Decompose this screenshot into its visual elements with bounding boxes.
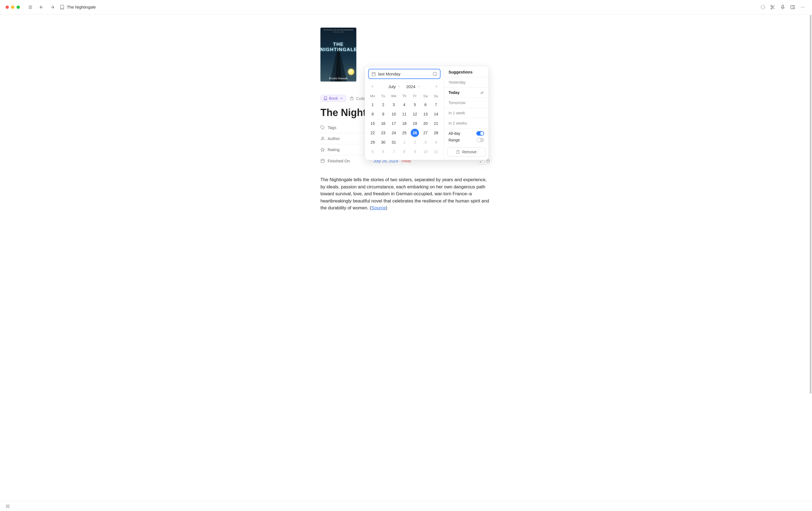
calendar-day[interactable]: 16 xyxy=(379,119,387,128)
body-text: The Nightingale tells the stories of two… xyxy=(320,176,492,212)
calendar-icon xyxy=(372,72,376,76)
dow-header: Th xyxy=(399,92,409,100)
calendar-day[interactable]: 29 xyxy=(369,138,377,146)
calendar-day[interactable]: 8 xyxy=(369,110,377,118)
calendar-day[interactable]: 3 xyxy=(390,101,398,109)
calendar-day[interactable]: 2 xyxy=(379,101,387,109)
cover-title-line2: NIGHTINGALE xyxy=(320,47,356,52)
calendar-day[interactable]: 14 xyxy=(432,110,440,118)
month-select[interactable]: July xyxy=(388,84,401,89)
trash-icon xyxy=(456,150,460,154)
cut-button[interactable] xyxy=(769,3,777,11)
calendar-day[interactable]: 15 xyxy=(369,119,377,128)
calendar-day[interactable]: 10 xyxy=(422,147,430,156)
breadcrumb[interactable]: The Nightingale xyxy=(60,5,96,10)
calendar-day[interactable]: 28 xyxy=(432,129,440,137)
calendar-day[interactable]: 19 xyxy=(411,119,419,128)
calendar-day[interactable]: 25 xyxy=(400,129,408,137)
calendar-day[interactable]: 1 xyxy=(400,138,408,146)
calendar-day[interactable]: 6 xyxy=(422,101,430,109)
info-icon[interactable] xyxy=(433,72,437,76)
suggestion-item[interactable]: Tomorrow xyxy=(444,98,489,108)
calendar-day[interactable]: 11 xyxy=(400,110,408,118)
sidebar-toggle-button[interactable] xyxy=(27,3,34,11)
calendar-day[interactable]: 26 xyxy=(411,129,419,137)
panel-toggle-button[interactable] xyxy=(789,3,796,11)
calendar-day[interactable]: 5 xyxy=(369,147,377,156)
suggestions-list: YesterdayTodayTomorrowIn 1 weekIn 2 week… xyxy=(444,77,489,129)
book-cover[interactable]: The Number One International Bestseller … xyxy=(320,28,356,81)
close-window-button[interactable] xyxy=(5,5,9,9)
svg-line-8 xyxy=(772,6,773,7)
calendar-day[interactable]: 31 xyxy=(390,138,398,146)
nav-forward-button[interactable] xyxy=(49,3,56,11)
calendar-day[interactable]: 23 xyxy=(379,129,387,137)
calendar-day[interactable]: 8 xyxy=(400,147,408,156)
breadcrumb-title: The Nightingale xyxy=(67,5,96,9)
date-input-row[interactable] xyxy=(368,69,440,79)
pin-button[interactable] xyxy=(779,3,787,11)
footer xyxy=(0,501,812,511)
calendar-day[interactable]: 12 xyxy=(411,110,419,118)
cover-top-line: The Number One International Bestseller xyxy=(320,28,356,31)
chip-label: Book xyxy=(329,96,338,101)
svg-point-4 xyxy=(771,5,772,7)
scrollbar[interactable] xyxy=(810,15,811,500)
cover-badge: FRANCE 1940 xyxy=(320,31,356,33)
minimize-window-button[interactable] xyxy=(11,5,14,9)
body-content: The Nightingale tells the stories of two… xyxy=(320,177,489,210)
calendar-day[interactable]: 27 xyxy=(422,129,430,137)
prop-label-text: Author xyxy=(328,136,340,141)
suggestion-item[interactable]: Today xyxy=(444,87,489,98)
tag-icon xyxy=(320,126,325,130)
more-button[interactable] xyxy=(799,3,807,11)
calendar-day[interactable]: 2 xyxy=(411,138,419,146)
calendar-day[interactable]: 7 xyxy=(390,147,398,156)
calendar-day[interactable]: 24 xyxy=(390,129,398,137)
calendar-day[interactable]: 7 xyxy=(432,101,440,109)
prop-label-text: Finished On xyxy=(328,159,350,163)
cover-title-line1: THE xyxy=(320,42,356,47)
maximize-window-button[interactable] xyxy=(17,5,20,9)
calendar-day[interactable]: 30 xyxy=(379,138,387,146)
svg-point-11 xyxy=(801,7,802,7)
calendar-day[interactable]: 20 xyxy=(422,119,430,128)
suggestion-item[interactable]: Yesterday xyxy=(444,77,489,87)
calendar-day[interactable]: 1 xyxy=(369,101,377,109)
remove-date-button[interactable]: Remove xyxy=(447,147,485,157)
calendar-day[interactable]: 4 xyxy=(432,138,440,146)
prop-label-text: Tags xyxy=(328,125,337,130)
calendar-day[interactable]: 9 xyxy=(379,110,387,118)
suggestion-item[interactable]: In 1 week xyxy=(444,108,489,118)
calendar-day[interactable]: 4 xyxy=(400,101,408,109)
calendar-day[interactable]: 22 xyxy=(369,129,377,137)
next-month-button[interactable] xyxy=(433,83,440,90)
prev-month-button[interactable] xyxy=(369,83,376,90)
calendar-day[interactable]: 11 xyxy=(432,147,440,156)
allday-toggle[interactable] xyxy=(476,131,484,136)
sync-button[interactable] xyxy=(759,3,767,11)
calendar-grid: MoTuWeThFrSaSu12345678910111213141516171… xyxy=(367,92,442,156)
suggestions-heading: Suggestions xyxy=(444,66,489,77)
check-icon xyxy=(480,90,484,95)
titlebar: The Nightingale xyxy=(0,0,812,15)
calendar-day[interactable]: 6 xyxy=(379,147,387,156)
calendar-day[interactable]: 9 xyxy=(411,147,419,156)
calendar-day[interactable]: 3 xyxy=(422,138,430,146)
type-chip-book[interactable]: Book xyxy=(320,95,346,102)
dow-header: Tu xyxy=(378,92,388,100)
calendar-day[interactable]: 5 xyxy=(411,101,419,109)
calendar-day[interactable]: 18 xyxy=(400,119,408,128)
year-select[interactable]: 2024 xyxy=(406,84,420,89)
calendar-day[interactable]: 17 xyxy=(390,119,398,128)
calendar-day[interactable]: 21 xyxy=(432,119,440,128)
source-link[interactable]: Source xyxy=(371,205,385,210)
nav-back-button[interactable] xyxy=(37,3,45,11)
calendar-day[interactable]: 10 xyxy=(390,110,398,118)
svg-rect-9 xyxy=(791,5,794,9)
range-toggle[interactable] xyxy=(476,138,484,142)
calendar-day[interactable]: 13 xyxy=(422,110,430,118)
suggestion-item[interactable]: In 2 weeks xyxy=(444,118,489,129)
command-icon[interactable] xyxy=(5,504,10,509)
date-text-input[interactable] xyxy=(378,72,431,76)
